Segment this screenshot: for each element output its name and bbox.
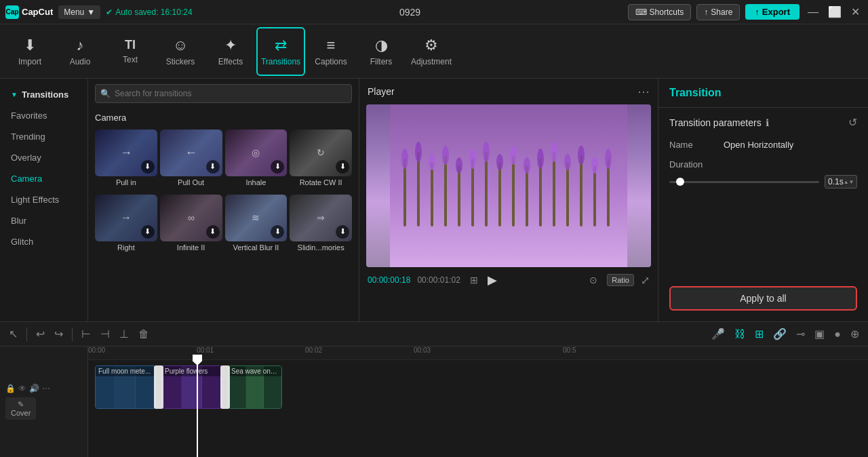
list-item[interactable]: → ⬇ Right: [95, 195, 157, 254]
download-badge[interactable]: ⬇: [206, 225, 220, 239]
cover-edit-icon: ✎: [18, 400, 24, 409]
download-badge[interactable]: ⬇: [206, 160, 220, 174]
params-info-icon[interactable]: ℹ: [766, 117, 769, 128]
list-item[interactable]: → ⬇ Pull in: [95, 130, 157, 189]
split-left-button[interactable]: ⊢: [78, 325, 94, 342]
sidebar-item-overlay[interactable]: Overlay: [0, 147, 87, 168]
tool-stickers[interactable]: ☺ Stickers: [156, 27, 205, 76]
download-badge[interactable]: ⬇: [141, 160, 155, 174]
select-tool-button[interactable]: ↖: [5, 325, 21, 342]
track-visibility-button[interactable]: 👁: [18, 384, 26, 393]
logo-text: CapCut: [22, 7, 53, 17]
grid-button[interactable]: ⊞: [751, 325, 767, 342]
name-param-row: Name Open Horizontally: [669, 140, 857, 150]
storyboard-button[interactable]: ⊞: [467, 273, 481, 287]
player-menu-icon[interactable]: ⋯: [637, 84, 650, 99]
sidebar-item-light-effects[interactable]: Light Effects: [0, 189, 87, 210]
svg-rect-5: [458, 165, 460, 226]
sidebar-item-blur[interactable]: Blur: [0, 210, 87, 231]
tool-captions[interactable]: ≡ Captions: [307, 27, 355, 76]
duration-input[interactable]: 0.1s ▲▼: [825, 175, 857, 188]
tool-audio[interactable]: ♪ Audio: [56, 27, 104, 76]
track-volume-button[interactable]: 🔊: [29, 384, 39, 393]
table-row[interactable]: Sea wave on th...: [228, 365, 282, 409]
preview-button[interactable]: ▣: [811, 325, 828, 342]
redo-button[interactable]: ↪: [51, 325, 66, 342]
list-item[interactable]: ≋ ⬇ Vertical Blur II: [225, 195, 288, 254]
transition-vblur[interactable]: ≋ ⬇: [225, 195, 288, 241]
transition-inhale[interactable]: ◎ ⬇: [225, 130, 288, 176]
split-clip-button[interactable]: ⊸: [793, 325, 808, 342]
transition-marker-2[interactable]: [220, 365, 230, 409]
right-panel-spacer: [658, 206, 868, 286]
transition-right[interactable]: → ⬇: [95, 195, 157, 241]
list-item[interactable]: ⇒ ⬇ Slidin...mories: [290, 195, 352, 254]
transition-pull-out[interactable]: ← ⬇: [160, 130, 222, 176]
download-badge[interactable]: ⬇: [271, 160, 284, 174]
chain-button[interactable]: ⛓: [731, 325, 749, 342]
list-item[interactable]: ↻ ⬇ Rotate CW II: [290, 130, 352, 189]
split-button[interactable]: ⊥: [116, 325, 132, 342]
list-item[interactable]: ◎ ⬇ Inhale: [225, 130, 288, 189]
track-more-button[interactable]: ⋯: [42, 384, 50, 393]
add-button[interactable]: ⊕: [847, 325, 863, 342]
transition-sliding[interactable]: ⇒ ⬇: [290, 195, 352, 241]
link-button[interactable]: 🔗: [770, 325, 790, 342]
transition-label: Right: [95, 243, 157, 254]
menu-button[interactable]: Menu ▼: [58, 5, 100, 19]
sidebar-item-glitch[interactable]: Glitch: [0, 231, 87, 252]
sidebar-item-transitions-header[interactable]: ▼ Transitions: [0, 84, 87, 105]
autosave-status: ✔ Auto saved: 16:10:24: [106, 7, 192, 17]
clip-title: Purple flowers: [162, 366, 222, 376]
tool-filters[interactable]: ◑ Filters: [357, 27, 406, 76]
play-button[interactable]: ▶: [488, 273, 497, 287]
tool-text[interactable]: TI Text: [106, 27, 155, 76]
mic-button[interactable]: 🎤: [708, 325, 728, 342]
transitions-panel: 🔍 Camera → ⬇ Pull in ← ⬇: [88, 79, 359, 321]
fullscreen-button[interactable]: ⤢: [641, 274, 650, 287]
search-input[interactable]: [95, 84, 352, 103]
apply-to-all-button[interactable]: Apply to all: [669, 286, 857, 311]
transition-rotate-cw[interactable]: ↻ ⬇: [290, 130, 352, 176]
dot-button[interactable]: ●: [831, 325, 844, 342]
reset-button[interactable]: ↺: [848, 116, 857, 129]
share-button[interactable]: ↑ Share: [696, 4, 740, 20]
list-item[interactable]: ∞ ⬇ Infinite II: [160, 195, 222, 254]
undo-button[interactable]: ↩: [33, 325, 48, 342]
minimize-button[interactable]: —: [805, 6, 821, 18]
sidebar-item-trending[interactable]: Trending: [0, 126, 87, 147]
playhead[interactable]: [197, 360, 198, 457]
download-badge[interactable]: ⬇: [141, 225, 155, 239]
transition-infinite[interactable]: ∞ ⬇: [160, 195, 222, 241]
tool-effects[interactable]: ✦ Effects: [206, 27, 255, 76]
expand-arrow-icon: ▼: [11, 91, 18, 98]
cover-button[interactable]: ✎ Cover: [5, 397, 36, 420]
delete-button[interactable]: 🗑: [135, 326, 153, 342]
sidebar-item-camera[interactable]: Camera: [0, 168, 87, 189]
list-item[interactable]: ← ⬇ Pull Out: [160, 130, 222, 189]
shortcuts-button[interactable]: ⌨ Shortcuts: [628, 4, 692, 20]
tool-transitions[interactable]: ⇄ Transitions: [256, 27, 305, 76]
transition-pull-in[interactable]: → ⬇: [95, 130, 157, 176]
screenshot-button[interactable]: ⊙: [587, 273, 600, 287]
svg-rect-10: [526, 165, 528, 226]
logo-icon: Cap: [5, 5, 19, 19]
split-right-button[interactable]: ⊣: [97, 325, 113, 342]
download-badge[interactable]: ⬇: [336, 160, 349, 174]
track-lock-button[interactable]: 🔒: [5, 384, 16, 393]
table-row[interactable]: Purple flowers: [161, 365, 222, 409]
tool-adjustment[interactable]: ⚙ Adjustment: [407, 27, 456, 76]
tool-import[interactable]: ⬇ Import: [5, 27, 54, 76]
download-badge[interactable]: ⬇: [271, 225, 284, 239]
table-row[interactable]: Full moon mete...: [95, 365, 156, 409]
sidebar-item-favorites[interactable]: Favorites: [0, 105, 87, 126]
maximize-button[interactable]: ⬜: [825, 5, 844, 18]
download-badge[interactable]: ⬇: [336, 225, 349, 239]
duration-spinner[interactable]: ▲▼: [844, 179, 854, 185]
ratio-button[interactable]: Ratio: [607, 274, 634, 286]
close-button[interactable]: ✕: [848, 5, 863, 18]
top-bar: Cap CapCut Menu ▼ ✔ Auto saved: 16:10:24…: [0, 0, 868, 24]
export-button[interactable]: ↑ Export: [745, 4, 800, 20]
duration-slider[interactable]: [669, 181, 819, 183]
transition-marker-1[interactable]: [154, 365, 163, 409]
